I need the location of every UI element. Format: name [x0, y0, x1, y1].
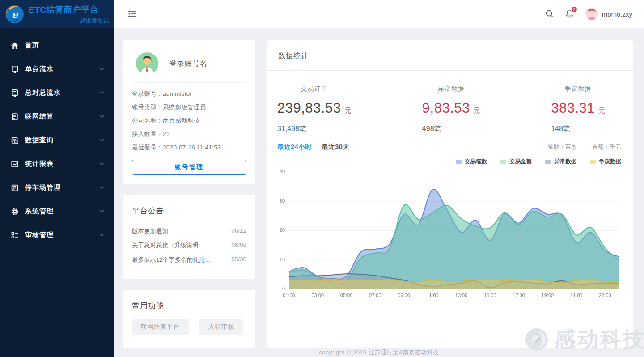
announcement-date: 06/12 — [231, 227, 246, 235]
sidebar-item-label: 统计报表 — [25, 160, 99, 168]
chart-area — [267, 166, 633, 308]
profile-rows: 登录账号：administor 账号类型：系统超级管理员 公司名称：南京感动科技… — [132, 82, 246, 152]
legend-swatch — [500, 160, 506, 164]
sidebar-item-label: 总对总流水 — [25, 89, 99, 97]
chevron-down-icon — [99, 162, 104, 166]
notification-bell-icon[interactable]: 2 — [565, 9, 574, 19]
sidebar-item-label: 首页 — [25, 41, 104, 50]
user-menu[interactable]: momo.zxy — [585, 7, 632, 21]
announcement-date: 05/30 — [231, 256, 246, 264]
footer: copyright © 2020 江苏通行宝&南京感动科技 — [114, 348, 644, 357]
sidebar-item-label: 数据查询 — [25, 136, 99, 144]
unit-note-count: 笔数：百条 — [548, 143, 577, 151]
brand-header: e ETC结算商户平台 超级管理员 — [0, 0, 114, 28]
chevron-down-icon — [99, 186, 104, 189]
sidebar-item-network-settle[interactable]: 联网结算 — [0, 105, 114, 128]
tab-last-30d[interactable]: 最近30天 — [322, 143, 349, 151]
unit-note-amount: 金额：千元 — [592, 143, 621, 151]
profile-row-count: 接入数量：22 — [132, 130, 246, 138]
brand-logo-icon: e — [5, 5, 24, 24]
tab-last-24h[interactable]: 最近24小时 — [277, 143, 312, 151]
legend-dispute[interactable]: 争议数据 — [590, 158, 621, 166]
report-icon — [11, 160, 19, 168]
legend-swatch — [545, 160, 551, 164]
home-icon — [11, 42, 19, 50]
sidebar-item-data-query[interactable]: 数据查询 — [0, 128, 114, 152]
brand-subtitle: 超级管理员 — [80, 17, 109, 25]
profile-avatar — [136, 52, 159, 75]
content: 登录账号名 登录账号：administor 账号类型：系统超级管理员 公司名称：… — [114, 28, 644, 348]
chevron-down-icon — [99, 210, 104, 213]
main-area: 2 momo.zxy — [114, 0, 644, 357]
sidebar-item-label: 单点流水 — [25, 65, 99, 73]
account-manage-button[interactable]: 账号管理 — [132, 160, 246, 175]
legend-swatch — [590, 160, 596, 164]
sidebar-menu: 首页 单点流水 总对总流水 联网结算 — [0, 28, 114, 247]
legend-swatch — [456, 160, 462, 164]
sidebar-item-label: 联网结算 — [25, 112, 99, 121]
announcement-link[interactable]: 版本更新通知 — [132, 227, 226, 235]
stat-count: 31,498笔 — [277, 124, 306, 134]
stat-value: 239,83.53 — [277, 100, 341, 116]
stat-count: 148笔 — [551, 124, 570, 134]
chevron-down-icon — [99, 68, 104, 71]
stat-label: 异常数据 — [438, 85, 465, 93]
brand-title: ETC结算商户平台 — [29, 4, 109, 16]
left-column: 登录账号名 登录账号：administor 账号类型：系统超级管理员 公司名称：… — [123, 40, 255, 348]
chevron-down-icon — [99, 139, 104, 142]
sidebar-item-system[interactable]: 系统管理 — [0, 200, 114, 223]
gear-icon — [11, 208, 19, 216]
sidebar-item-total-flow[interactable]: 总对总流水 — [0, 81, 114, 105]
quick-button-entry-audit[interactable]: 入驻审核 — [199, 319, 243, 335]
profile-row-account: 登录账号：administor — [132, 90, 246, 98]
stats-panel: 数据统计 交易订单 239,83.53元 31,498笔 异常数据 9,83.5… — [267, 40, 633, 348]
list-item: 关于总对总接口升级说明 06/08 — [132, 238, 246, 253]
announcement-card: 平台公告 版本更新通知 06/12 关于总对总接口升级说明 06/08 最多展示… — [123, 195, 255, 279]
chart-header: 最近24小时 最近30天 笔数：百条 金额：千元 — [267, 136, 633, 151]
audit-icon — [11, 231, 19, 239]
stats-panel-title: 数据统计 — [267, 40, 633, 71]
quick-functions-card: 常用功能 联网结算平台 入驻审核 — [123, 290, 255, 348]
legend-abnormal[interactable]: 异常数据 — [545, 158, 576, 166]
announcement-link[interactable]: 最多展示12个字多余的使用... — [132, 256, 226, 264]
network-settle-icon — [11, 113, 19, 121]
menu-fold-icon[interactable] — [127, 10, 137, 18]
topbar: 2 momo.zxy — [114, 0, 644, 28]
profile-row-type: 账号类型：系统超级管理员 — [132, 103, 246, 111]
legend-trade-amount[interactable]: 交易金额 — [500, 158, 532, 166]
stat-value: 383.31 — [551, 100, 595, 116]
chevron-down-icon — [99, 115, 104, 118]
sidebar-item-label: 审核管理 — [25, 231, 99, 239]
announcement-link[interactable]: 关于总对总接口升级说明 — [132, 242, 226, 250]
stats-chart-canvas[interactable] — [273, 167, 627, 302]
profile-row-company: 公司名称：南京感动科技 — [132, 117, 246, 125]
quick-button-network-settle[interactable]: 联网结算平台 — [132, 319, 189, 335]
app-layout: e ETC结算商户平台 超级管理员 首页 单点流水 — [0, 0, 644, 357]
stats-row: 交易订单 239,83.53元 31,498笔 异常数据 9,83.53元 49… — [267, 71, 633, 136]
stat-unit: 元 — [344, 106, 351, 115]
quick-functions-title: 常用功能 — [132, 301, 246, 311]
announcement-title: 平台公告 — [132, 206, 246, 216]
chevron-down-icon — [99, 91, 104, 94]
legend-trade-count[interactable]: 交易笔数 — [456, 158, 487, 166]
search-icon[interactable] — [545, 9, 554, 18]
list-item: 最多展示12个字多余的使用... 05/30 — [132, 253, 246, 267]
stat-abnormal-data: 异常数据 9,83.53元 498笔 — [422, 85, 480, 134]
sidebar-item-home[interactable]: 首页 — [0, 34, 114, 57]
sidebar-item-report[interactable]: 统计报表 — [0, 152, 114, 176]
sidebar-item-audit[interactable]: 审核管理 — [0, 223, 114, 247]
sidebar-item-label: 系统管理 — [25, 207, 99, 216]
avatar — [585, 7, 598, 21]
sidebar-item-parking[interactable]: P 停车场管理 — [0, 176, 114, 200]
sidebar: e ETC结算商户平台 超级管理员 首页 单点流水 — [0, 0, 114, 357]
parking-icon: P — [11, 184, 19, 192]
svg-text:P: P — [13, 185, 17, 190]
notification-badge: 2 — [571, 6, 578, 13]
copyright-text: copyright © 2020 江苏通行宝&南京感动科技 — [319, 348, 439, 357]
sidebar-item-single-flow[interactable]: 单点流水 — [0, 57, 114, 81]
stat-unit: 元 — [474, 106, 480, 115]
profile-card: 登录账号名 登录账号：administor 账号类型：系统超级管理员 公司名称：… — [123, 40, 255, 184]
sidebar-item-label: 停车场管理 — [25, 183, 99, 192]
stat-trade-orders: 交易订单 239,83.53元 31,498笔 — [277, 85, 351, 134]
svg-text:e: e — [12, 8, 19, 20]
